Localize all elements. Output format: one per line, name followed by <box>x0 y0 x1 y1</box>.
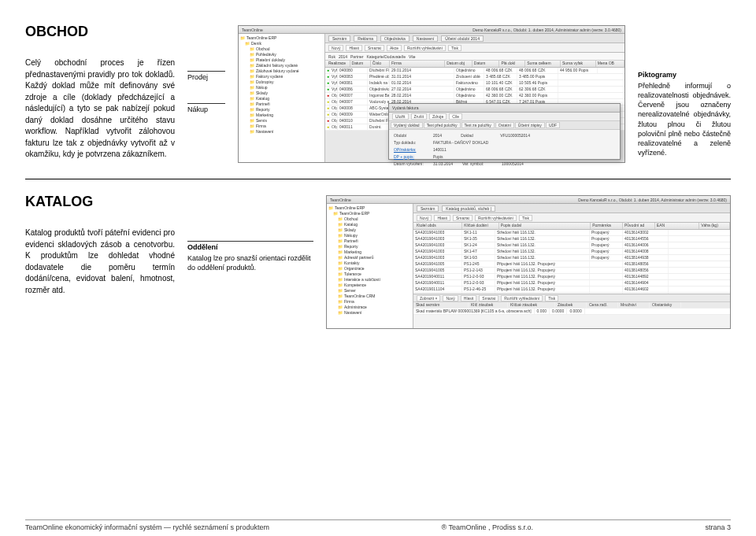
tree-item[interactable]: Marketing <box>328 250 411 255</box>
nav-tree[interactable]: TeamOnline ERPDeníkObchodPohledávkyPlate… <box>239 34 325 162</box>
item[interactable]: Zobrazit × <box>417 295 440 301</box>
tree-item[interactable]: Interakce a sobčiostí <box>328 277 411 283</box>
column-header[interactable]: Množství <box>618 302 650 308</box>
item[interactable]: UDF <box>546 122 560 128</box>
table-row[interactable]: Vyřízeno040081Indak/k na El.Eq / energet… <box>325 80 624 87</box>
column-header[interactable]: Datum <box>350 61 371 67</box>
tree-item[interactable]: Nákupy <box>328 233 411 238</box>
table-row[interactable]: SA42019040011PS1-2-0-93Připojení háš 116… <box>413 280 730 286</box>
tree-item[interactable]: Administrace <box>328 305 411 310</box>
tree-item[interactable]: Nákup <box>240 85 323 91</box>
item[interactable]: Cíle <box>449 113 462 120</box>
table-row[interactable]: SA42019011104PS1-2-46-25Připojení háš 11… <box>413 286 730 293</box>
item[interactable]: Text před položky <box>424 122 461 128</box>
item[interactable]: Seznám <box>328 35 350 42</box>
tree-item[interactable]: Servis <box>240 118 323 124</box>
item[interactable]: Nový <box>328 45 343 51</box>
item[interactable]: Hlasit <box>461 295 477 301</box>
item[interactable]: Smazat <box>365 45 384 51</box>
toolbar[interactable]: NovýHlasitSmazatRozšířit vyhledáváníTisk <box>413 213 730 223</box>
table-row[interactable]: SA42019041005PS1-245Připojení háš 116.13… <box>413 261 730 268</box>
table-row[interactable]: SA42019040011PS1-2-0-93Připojení háš 116… <box>413 274 730 280</box>
column-header[interactable]: Plá dokl <box>499 61 525 67</box>
item[interactable]: Nastavení <box>413 35 439 42</box>
tree-item[interactable]: Sklady <box>240 91 323 96</box>
item[interactable]: Uložit <box>392 113 409 120</box>
val-obdobi[interactable]: 2014 <box>433 133 442 138</box>
column-header[interactable]: Obstarávky <box>650 302 681 308</box>
content-tabs[interactable]: SeznámReklamaObjednávkaNastaveníÚčetní o… <box>325 34 624 43</box>
item[interactable]: Text za položky <box>461 122 495 128</box>
item[interactable]: Vše <box>409 54 416 59</box>
item[interactable]: Hlasit <box>346 45 362 51</box>
tree-item[interactable]: Partneři <box>328 238 411 244</box>
tree-item[interactable]: Firma <box>328 299 411 305</box>
column-header[interactable]: Datum <box>472 61 500 67</box>
tree-item[interactable]: Katalog <box>240 96 323 102</box>
item[interactable]: Seznám <box>417 205 439 212</box>
toolbar[interactable]: NovýHlasitSmazatAkceRozšířit vyhledávání… <box>325 43 624 53</box>
tree-item[interactable]: Základní faktury vydané <box>240 63 323 68</box>
tree-item[interactable]: Kontakty <box>328 261 411 266</box>
item[interactable]: Akce <box>387 45 402 51</box>
item[interactable]: Tisk <box>545 295 558 301</box>
tree-item[interactable]: Dobropisy <box>240 79 323 85</box>
table-row[interactable]: SA42019041003SK1-11Středoví háš 116.132.… <box>413 230 730 236</box>
item[interactable]: Nový <box>417 215 432 221</box>
column-header[interactable]: EAN <box>655 223 699 229</box>
table-row[interactable]: Vyřízeno040086Objednávka Astra27.02.2014… <box>325 87 624 93</box>
item[interactable]: Partner <box>350 54 363 59</box>
table-body[interactable]: SA42019041003SK1-11Středoví háš 116.132.… <box>413 230 730 294</box>
table-row[interactable]: SA42019041005PS1-2-143Připojení háš 116.… <box>413 268 730 274</box>
column-header[interactable]: Realizace <box>327 61 350 67</box>
item[interactable]: Účetní období 2014 <box>441 35 484 42</box>
item[interactable]: Vydaný doklad <box>391 122 423 128</box>
item[interactable]: Rozšířit vyhledávání <box>404 45 446 51</box>
item[interactable]: Zdroje <box>429 113 447 120</box>
column-header[interactable]: Váha (kg) <box>699 223 730 229</box>
val-obj[interactable]: 140011 <box>433 147 447 152</box>
column-header[interactable]: Suma vyfak <box>561 61 596 67</box>
column-header[interactable]: Cena začl. <box>587 302 618 308</box>
column-header[interactable]: Firma <box>390 61 445 67</box>
column-header[interactable]: Číslo <box>371 61 390 67</box>
column-header[interactable]: Suma celkem <box>525 61 561 67</box>
item[interactable]: Objednávka <box>380 35 410 42</box>
column-header[interactable]: Datum obj <box>445 61 472 67</box>
tree-item[interactable]: Katalog <box>328 222 411 227</box>
content-tabs[interactable]: SeznámKatalog produktů, služeb | <box>413 204 730 213</box>
val-vs[interactable]: 1000052014 <box>502 161 524 166</box>
table-row[interactable]: SA42019041003SK1-35Středoví háš 116.132.… <box>413 236 730 242</box>
tree-item[interactable]: Sklady <box>328 227 411 233</box>
item[interactable]: Rok <box>328 54 335 59</box>
tree-item[interactable]: TeamOnline ERP <box>328 211 411 216</box>
val-doklad[interactable]: VFU1000052014 <box>500 133 530 138</box>
table-row[interactable]: Vyřízeno040080Dlužební FNL - VAK29.01.20… <box>325 68 624 74</box>
tree-item[interactable]: Zálohové faktury vydané <box>240 68 323 74</box>
tree-item[interactable]: Firma <box>240 124 323 129</box>
item[interactable]: Hlasit <box>434 215 450 221</box>
column-header[interactable]: Skad seznám <box>413 302 469 308</box>
tree-item[interactable]: Tolerance <box>328 272 411 277</box>
bottom-toolbar[interactable]: Zobrazit ×NovýHlasitSmazatRozšířit vyhle… <box>413 294 730 302</box>
column-header[interactable]: Klíč zásobek <box>469 302 508 308</box>
val-datumv[interactable]: 31.03.2014 <box>433 161 453 166</box>
item[interactable]: Tisk <box>448 45 461 51</box>
table-row[interactable]: SA42019041003SK1-93Středoví háš 116.132.… <box>413 255 730 261</box>
lbl-obj[interactable]: OP/zakázka: <box>394 147 430 152</box>
column-header[interactable]: Popis dodal <box>499 223 591 229</box>
item[interactable]: Účetní zápisy <box>515 122 545 128</box>
tree-item[interactable]: Platební doklady <box>240 57 323 63</box>
column-header[interactable]: Klíčoé zásobek <box>508 302 555 308</box>
tree-item[interactable]: Server <box>328 288 411 294</box>
tree-item[interactable]: Pohledávky <box>240 52 323 57</box>
item[interactable]: Ostatní <box>495 122 514 128</box>
tree-item[interactable]: Obchod <box>328 216 411 222</box>
bottom-table-row[interactable]: Skad materiálu BPLAW 0009001369 [KC105 a… <box>413 309 730 315</box>
item[interactable]: Kategorie/Dodavatel/e <box>366 54 405 59</box>
tree-item[interactable]: Faktury vydané <box>240 74 323 79</box>
dialog-toolbar[interactable]: UložitZrušitZdrojeCíle <box>389 113 620 121</box>
item[interactable]: Tisk <box>519 215 532 221</box>
tree-item[interactable]: Adresář partnerů <box>328 255 411 261</box>
item[interactable]: Katalog produktů, služeb | <box>442 205 495 212</box>
